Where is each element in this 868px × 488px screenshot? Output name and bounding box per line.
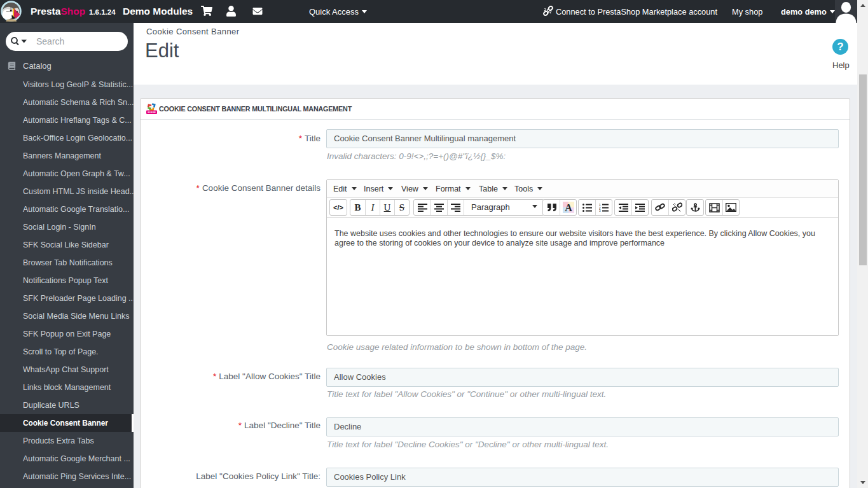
svg-text:A: A [565, 202, 572, 213]
svg-text:3: 3 [599, 209, 601, 212]
